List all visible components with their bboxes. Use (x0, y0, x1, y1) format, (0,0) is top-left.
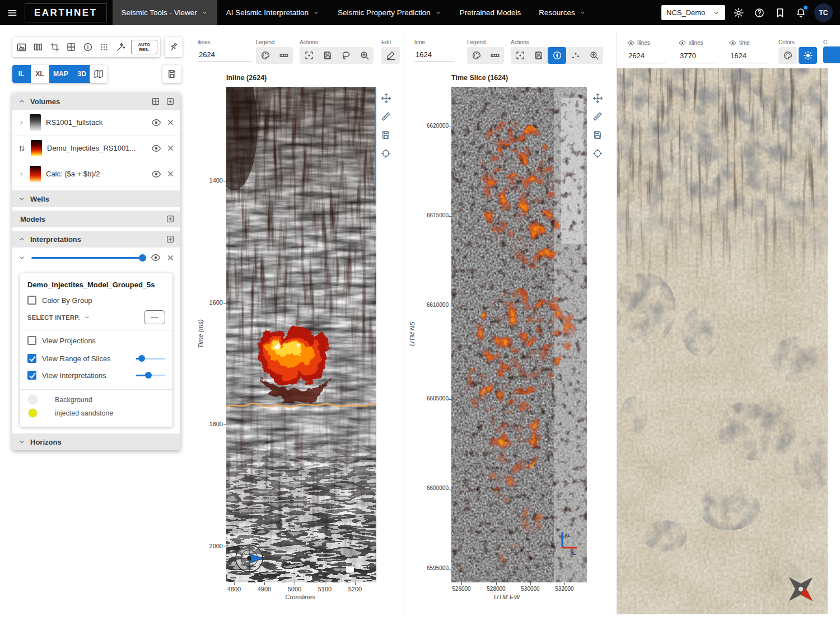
section-volumes[interactable]: Volumes (12, 93, 180, 110)
eye-icon[interactable] (729, 39, 736, 46)
remove-volume-button[interactable] (166, 118, 175, 127)
pan-tool-button[interactable] (379, 91, 393, 105)
slider-handle[interactable] (139, 254, 146, 262)
map-illumination-button-active[interactable] (799, 47, 817, 64)
checkbox-checked[interactable] (27, 354, 36, 363)
nav-pretrained-models[interactable]: Pretrained Models (451, 0, 530, 25)
view-projections-checkbox[interactable]: View Projections (27, 336, 165, 345)
edit-pen-button[interactable] (381, 47, 400, 64)
select-interp-dropdown[interactable]: SELECT INTERP. (27, 314, 91, 321)
eye-icon[interactable] (679, 39, 686, 46)
colorbar-button[interactable] (274, 47, 293, 64)
slider-handle[interactable] (138, 355, 145, 362)
save-image-button[interactable] (529, 47, 548, 64)
layout-columns-button[interactable] (30, 38, 47, 57)
map-xlines-input[interactable] (679, 48, 718, 63)
toggle-visibility-button[interactable] (151, 169, 161, 179)
remove-interpretation-button[interactable] (166, 254, 175, 262)
toggle-visibility-button[interactable] (151, 118, 161, 128)
basemap-toggle-button[interactable] (90, 65, 108, 83)
pan-tool-button[interactable] (591, 91, 604, 105)
resolution-grid-button[interactable] (96, 38, 113, 57)
inline-seismic-view[interactable] (226, 87, 376, 582)
add-volume-button[interactable] (166, 97, 175, 106)
info-button[interactable] (80, 38, 96, 57)
settings-button[interactable] (731, 6, 746, 20)
picking-wand-button[interactable] (113, 38, 129, 57)
volumes-table-button[interactable] (151, 97, 160, 106)
view-interpretations-checkbox[interactable]: View Interpretations (27, 371, 106, 380)
time-input[interactable] (414, 47, 455, 62)
crop-button[interactable] (46, 38, 63, 57)
nav-seismic-property-prediction[interactable]: Seismic Property Prediction (329, 0, 451, 25)
nav-seismic-tools-viewer[interactable]: Seismic Tools - Viewer (113, 0, 217, 25)
view-mode-map[interactable]: MAP (49, 65, 73, 83)
volume-row[interactable]: Calc: ($a + $b)/2 (12, 161, 180, 187)
view-mode-3d[interactable]: 3D (73, 65, 91, 83)
hamburger-menu-button[interactable] (0, 7, 25, 18)
measure-tool-button[interactable] (591, 110, 604, 123)
section-horizons[interactable]: Horizons (12, 433, 180, 450)
scatter-picks-button[interactable] (566, 47, 585, 64)
remove-selection-button[interactable]: — (144, 310, 165, 324)
fit-view-button[interactable] (511, 47, 529, 64)
workspace-select[interactable]: NCS_Demo (661, 5, 725, 20)
remove-volume-button[interactable] (166, 170, 175, 178)
measure-tool-button[interactable] (379, 110, 393, 123)
auto-resolution-toggle[interactable]: AUTO RES. (131, 40, 158, 54)
nav-resources[interactable]: Resources (530, 0, 595, 25)
map-3d-view[interactable] (617, 68, 828, 614)
interpretation-slider[interactable] (136, 375, 165, 376)
navigate-tool-button-active[interactable] (548, 47, 566, 64)
remove-volume-button[interactable] (166, 144, 175, 152)
pin-sidebar-button[interactable] (165, 37, 183, 57)
toggle-visibility-button[interactable] (151, 143, 161, 153)
fit-view-button[interactable] (300, 47, 318, 64)
checkbox[interactable] (27, 296, 36, 305)
add-model-button[interactable] (166, 214, 175, 223)
help-button[interactable] (752, 6, 767, 20)
save-session-button[interactable] (162, 65, 181, 83)
lasso-select-button[interactable] (337, 47, 355, 64)
slider-handle[interactable] (145, 372, 152, 379)
zoom-in-button[interactable] (585, 47, 603, 64)
color-by-group-checkbox[interactable]: Color By Group (27, 296, 165, 305)
user-avatar[interactable]: TC (814, 3, 833, 22)
view-mode-xl[interactable]: XL (31, 65, 49, 83)
section-interpretations[interactable]: Interpretations (12, 231, 180, 248)
earthnet-logo[interactable]: EARTHNET (25, 3, 107, 22)
nav-ai-seismic-interpretation[interactable]: AI Seismic Interpretation (217, 0, 329, 25)
map-ilines-input[interactable] (627, 48, 666, 63)
toggle-visibility-button[interactable] (151, 253, 161, 263)
section-wells[interactable]: Wells (12, 190, 180, 207)
checkbox-checked[interactable] (27, 371, 36, 380)
map-time-input[interactable] (729, 48, 768, 63)
section-models[interactable]: Models (12, 211, 180, 227)
save-image-button[interactable] (318, 47, 337, 64)
colormap-palette-button[interactable] (256, 47, 274, 64)
snapshot-button[interactable] (13, 38, 30, 57)
zoom-in-button[interactable] (355, 47, 374, 64)
map-palette-button[interactable] (778, 47, 797, 64)
interpretation-layer-row[interactable] (12, 248, 180, 268)
grid-layout-button[interactable] (63, 38, 80, 57)
colormap-palette-button[interactable] (467, 47, 486, 64)
ilines-input[interactable] (198, 47, 251, 62)
notifications-button[interactable] (794, 6, 808, 20)
timeslice-view[interactable]: XL IL (451, 87, 587, 582)
volume-row[interactable]: Demo_Injectites_RS1001... (12, 136, 180, 161)
reset-view-button[interactable] (379, 147, 393, 160)
feedback-button[interactable] (773, 6, 787, 20)
save-view-button[interactable] (591, 128, 604, 142)
eye-icon[interactable] (627, 39, 634, 46)
volume-row[interactable]: RS1001_fullstack (12, 110, 180, 136)
save-view-button[interactable] (379, 128, 393, 142)
colorbar-button[interactable] (486, 47, 504, 64)
view-mode-il[interactable]: IL (12, 65, 31, 83)
view-range-of-slices-checkbox[interactable]: View Range of Slices (27, 354, 111, 363)
range-slider[interactable] (136, 358, 165, 360)
map-extra-button-cutoff[interactable] (823, 46, 840, 63)
reset-view-button[interactable] (591, 147, 604, 160)
add-interpretation-button[interactable] (166, 235, 175, 244)
checkbox[interactable] (27, 336, 36, 345)
